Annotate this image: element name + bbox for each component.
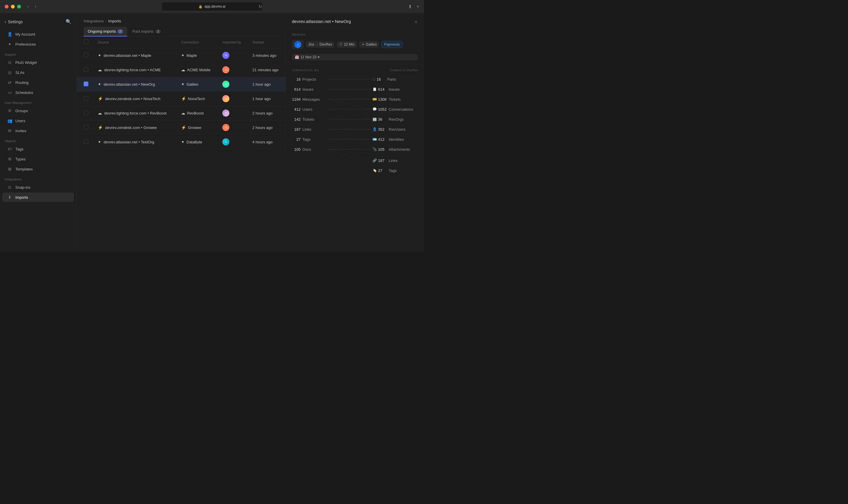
imported-by-column-header: Imported by [218,36,248,48]
sidebar-item-routing[interactable]: ⇄ Routing [2,78,74,87]
connection-type-icon: ✦ [181,82,185,87]
source-cell: ☁ devrev.lighting.force.com • RevBoost [98,111,172,115]
select-all-checkbox[interactable] [84,39,88,44]
row-checkbox[interactable] [84,53,88,57]
sidebar-item-templates[interactable]: ⊞ Templates [2,164,74,174]
breadcrumb: Integrations / Imports [76,13,286,27]
avatar-image: D [222,138,229,145]
connection-type-icon: ✦ [181,140,185,144]
lock-icon: 🔒 [198,5,203,8]
breadcrumb-separator: / [105,19,107,23]
payments-chip[interactable]: Payments [381,41,402,48]
imports-label: Imports [15,195,28,200]
titlebar-right: ⬆ + [408,4,419,10]
started-time: 21 minutes ago [248,63,286,77]
refresh-icon[interactable]: ↻ [258,4,262,9]
mapping-diagram: 16 Projects 614 Issues 1194 Messages 412… [292,74,418,174]
tab-past[interactable]: Past imports 3 [128,27,165,36]
sidebar-item-users[interactable]: 👥 Users [2,116,74,125]
sidebar-item-tags[interactable]: 🏷 Tags [2,144,74,154]
plug-icon: ⊙ [7,60,12,65]
tab-ongoing[interactable]: Ongoing imports 7 [84,27,127,36]
date-chip-button[interactable]: 📅 11 Nov 23 ▾ [292,54,418,60]
support-section-label: Support [0,49,76,57]
row-checkbox[interactable] [84,82,88,86]
table-row[interactable]: ✦ devrev.atlassian.net • TestOrg ✦ DataB… [76,135,286,149]
imports-icon: ⬇ [7,195,12,200]
svg-line-10 [327,139,371,154]
new-tab-icon[interactable]: + [417,4,419,9]
collected-from-label: Collected from Jira [292,68,319,72]
svg-line-5 [327,109,371,119]
table-row[interactable]: ✦ devrev.atlassian.net • Maple ✦ Maple M… [76,48,286,63]
source-type-icon: ✦ [98,82,101,87]
right-row-conversations: 💬 1052 Conversations [373,104,418,114]
snapins-label: Snap-ins [15,185,30,190]
imported-by-avatar: N [222,95,229,102]
connection-cell: ☁ ACME Mobile [181,68,213,72]
connection-chip: ✦ Galileo [359,41,379,48]
imported-by-avatar: G [222,124,229,131]
source-cell: ✦ devrev.atlassian.net • TestOrg [98,140,172,144]
panel-title: devrev.atlassian.net • NewOrg [292,19,351,24]
sidebar-item-preferences[interactable]: ✦ Preferences [2,39,74,49]
table-row[interactable]: ⚡ devrev.zendesk.com • NovaTech ⚡ NovaTe… [76,92,286,106]
source-name: devrev.lighting.force.com • ACME [104,68,161,72]
table-row[interactable]: ⚡ devrev.zendesk.com • Growee ⚡ Growee G… [76,121,286,135]
left-column: 16 Projects 614 Issues 1194 Messages 412… [292,74,327,154]
avatar-image: N [222,95,229,102]
preferences-label: Preferences [15,42,36,47]
back-button[interactable]: ‹ [25,3,31,10]
table-row[interactable]: ☁ devrev.lighting.force.com • RevBoost ☁… [76,106,286,121]
templates-icon: ⊞ [7,167,12,171]
sidebar-item-groups[interactable]: ❊ Groups [2,106,74,115]
row-checkbox[interactable] [84,139,88,144]
time-chip: ⏱ 22 Min [337,41,357,48]
panel-close-button[interactable]: × [414,19,418,25]
started-time: 4 hours ago [248,135,286,149]
left-row-issues: 614 Issues [292,84,327,94]
sidebar-item-myaccount[interactable]: 👤 My Account [2,30,74,39]
started-time: 1 hour ago [248,92,286,106]
row-checkbox[interactable] [84,96,88,101]
groups-label: Groups [15,109,28,113]
table-row[interactable]: ✦ devrev.atlassian.net • NewOrg ✦ Galile… [76,77,286,92]
sidebar-item-snapins[interactable]: ⊙ Snap-ins [2,182,74,192]
slas-label: SLAs [15,70,24,75]
share-icon[interactable]: ⬆ [408,4,412,10]
panel-chips: J Jira → DevRev ⏱ 22 Min ✦ Galileo Payme… [286,39,424,53]
settings-back-button[interactable]: ‹ Settings [5,19,23,24]
forward-button[interactable]: › [33,3,38,10]
maximize-traffic-light[interactable] [17,5,21,8]
search-icon[interactable]: 🔍 [66,19,72,24]
payments-label: Payments [384,42,400,47]
breadcrumb-integrations[interactable]: Integrations [84,19,104,23]
sidebar-item-invites[interactable]: ✉ Invites [2,126,74,136]
source-type-icon: ⚡ [98,96,103,101]
nav-arrows: ‹ › [25,3,38,10]
connection-label: Galileo [366,42,377,47]
routing-icon: ⇄ [7,80,12,85]
row-checkbox[interactable] [84,125,88,129]
sidebar-item-imports[interactable]: ⬇ Imports [2,193,74,202]
sidebar-item-slas[interactable]: ◎ SLAs [2,68,74,77]
close-traffic-light[interactable] [5,5,8,8]
sidebar-item-schedules[interactable]: ▭ Schedules [2,88,74,97]
sla-icon: ◎ [7,70,12,75]
tags-label: Tags [15,147,23,151]
users-icon: 👥 [7,118,12,123]
sidebar-item-types[interactable]: ⚙ Types [2,154,74,164]
minimize-traffic-light[interactable] [11,5,15,8]
connection-type-icon: ☁ [181,111,185,115]
table-row[interactable]: ☁ devrev.lighting.force.com • ACME ☁ ACM… [76,63,286,77]
imported-by-avatar: G [222,81,229,88]
row-checkbox[interactable] [84,67,88,72]
types-icon: ⚙ [7,157,12,161]
sidebar-header: ‹ Settings 🔍 [0,17,76,29]
source-name: devrev.lighting.force.com • RevBoost [104,111,167,115]
sidebar-item-plugwidget[interactable]: ⊙ PluG Widget [2,58,74,67]
row-checkbox[interactable] [84,110,88,115]
panel-mapping: Collected from Jira Created on DevRev 16… [286,64,424,252]
address-bar[interactable]: 🔒 app.devrev.ai ↻ [162,2,262,11]
dest-label: DevRev [320,42,332,47]
